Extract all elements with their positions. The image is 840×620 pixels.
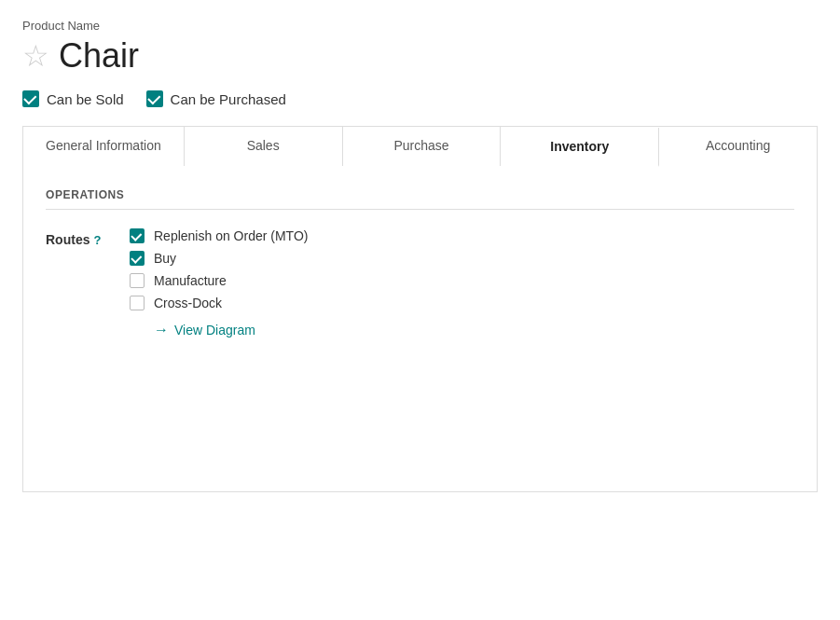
favorite-star-icon[interactable]: ☆ xyxy=(22,41,49,71)
can-be-purchased-label: Can be Purchased xyxy=(171,91,286,107)
can-be-sold-item: Can be Sold xyxy=(22,90,124,107)
routes-section: Routes ? Replenish on Order (MTO) Buy Ma… xyxy=(46,228,794,338)
tabs-container: General Information Sales Purchase Inven… xyxy=(22,126,818,166)
route-item-mto: Replenish on Order (MTO) xyxy=(130,228,308,243)
tab-purchase[interactable]: Purchase xyxy=(343,127,502,166)
route-item-buy: Buy xyxy=(130,251,308,266)
route-item-manufacture: Manufacture xyxy=(130,273,308,288)
arrow-right-icon: → xyxy=(154,322,169,338)
can-be-purchased-checkbox[interactable] xyxy=(146,90,163,107)
tab-content-area: OPERATIONS Routes ? Replenish on Order (… xyxy=(22,166,818,492)
view-diagram-label: View Diagram xyxy=(174,323,255,338)
routes-list: Replenish on Order (MTO) Buy Manufacture… xyxy=(130,228,308,338)
route-buy-label: Buy xyxy=(154,251,176,266)
tab-inventory[interactable]: Inventory xyxy=(501,128,659,167)
route-mto-checkbox[interactable] xyxy=(130,228,145,243)
route-cross-dock-label: Cross-Dock xyxy=(154,296,222,310)
routes-help-icon[interactable]: ? xyxy=(93,233,101,247)
can-be-sold-checkbox[interactable] xyxy=(22,90,39,107)
checkboxes-row: Can be Sold Can be Purchased xyxy=(22,90,818,107)
route-buy-checkbox[interactable] xyxy=(130,251,145,266)
product-name: Chair xyxy=(59,36,139,76)
product-title-row: ☆ Chair xyxy=(22,36,818,76)
tab-general-information[interactable]: General Information xyxy=(23,127,185,166)
route-item-cross-dock: Cross-Dock xyxy=(130,296,308,310)
tab-accounting[interactable]: Accounting xyxy=(659,127,817,166)
tab-sales[interactable]: Sales xyxy=(185,127,343,166)
can-be-sold-label: Can be Sold xyxy=(47,91,124,107)
route-manufacture-checkbox[interactable] xyxy=(130,273,145,288)
route-mto-label: Replenish on Order (MTO) xyxy=(154,228,308,243)
view-diagram-link[interactable]: → View Diagram xyxy=(154,322,308,338)
route-manufacture-label: Manufacture xyxy=(154,273,227,288)
operations-section-title: OPERATIONS xyxy=(46,188,794,210)
can-be-purchased-item: Can be Purchased xyxy=(146,90,286,107)
routes-label: Routes ? xyxy=(46,228,111,247)
route-cross-dock-checkbox[interactable] xyxy=(130,296,145,310)
product-name-label: Product Name xyxy=(22,19,818,33)
